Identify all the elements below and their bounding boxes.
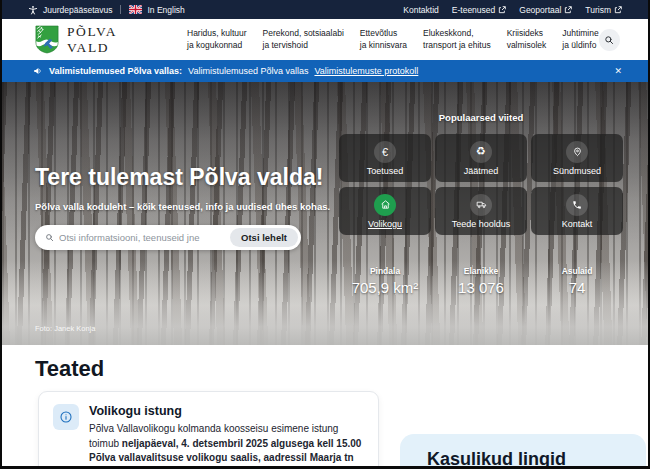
stat-asulaid: Asulaid 74 bbox=[531, 266, 623, 296]
header-search-button[interactable] bbox=[599, 29, 620, 51]
recycle-icon: ♻ bbox=[470, 141, 492, 163]
top-utility-bar: Juurdepääsetavus In English Kontaktid E-… bbox=[2, 0, 648, 19]
nav-item-haridus[interactable]: Haridus, kultuurja kogukonnad bbox=[187, 28, 247, 50]
euro-icon: € bbox=[374, 141, 396, 163]
language-switch[interactable]: In English bbox=[129, 5, 184, 15]
nav-item-perekond[interactable]: Perekond, sotsiaalabija tervishoid bbox=[263, 28, 344, 50]
tile-sundmused[interactable]: Sündmused bbox=[531, 134, 623, 182]
stat-pindala: Pindala 705,9 km² bbox=[339, 266, 431, 296]
language-label: In English bbox=[147, 5, 184, 15]
nav-item-kriisideks[interactable]: Kriisideksvalmisolek bbox=[507, 28, 547, 50]
phone-icon bbox=[566, 194, 588, 216]
notice-card-volikogu-istung[interactable]: Volikogu istung Põlva Vallavolikogu kolm… bbox=[38, 391, 379, 469]
teated-heading: Teated bbox=[35, 356, 104, 382]
accessibility-label: Juurdepääsetavus bbox=[43, 5, 112, 15]
hero-title: Tere tulemast Põlva valda! bbox=[35, 164, 323, 191]
hero-search-bar: Otsi lehelt bbox=[35, 225, 301, 250]
tile-kontakt[interactable]: Kontakt bbox=[531, 187, 623, 235]
tile-jaatmed[interactable]: ♻ Jäätmed bbox=[435, 134, 527, 182]
alert-text: Valimistulemused Põlva vallas bbox=[188, 66, 308, 76]
announcement-bar: Valimistulemused Põlva vallas: Valimistu… bbox=[2, 60, 648, 82]
tile-teede-hooldus[interactable]: Teede hooldus bbox=[435, 187, 527, 235]
search-icon bbox=[45, 233, 54, 242]
hero-search-input[interactable] bbox=[59, 232, 230, 243]
hero-subtitle: Põlva valla koduleht – kõik teenused, in… bbox=[35, 201, 330, 212]
notice-text: Põlva Vallavolikogu kolmanda koosseisu e… bbox=[89, 422, 364, 469]
municipality-stats: Pindala 705,9 km² Elanikke 13 076 Asulai… bbox=[339, 266, 623, 296]
tile-toetused[interactable]: € Toetused bbox=[339, 134, 431, 182]
tile-volikogu[interactable]: Volikogu bbox=[339, 187, 431, 235]
location-pin-icon bbox=[566, 141, 588, 163]
notice-title: Volikogu istung bbox=[89, 404, 364, 418]
accessibility-link[interactable]: Juurdepääsetavus bbox=[28, 5, 112, 15]
accessibility-icon bbox=[28, 5, 38, 15]
hero-search-submit-button[interactable]: Otsi lehelt bbox=[230, 228, 298, 247]
alert-protocol-link[interactable]: Valimistulemuste protokoll bbox=[314, 66, 418, 76]
truck-icon bbox=[470, 194, 492, 216]
popular-links-title: Populaarsed viited bbox=[339, 112, 623, 123]
nav-item-ettevotlus[interactable]: Ettevõtlusja kinnisvara bbox=[360, 28, 407, 50]
info-icon bbox=[53, 404, 79, 430]
uk-flag-icon bbox=[129, 5, 142, 14]
topbar-link-geoportaal[interactable]: Geoportaal bbox=[519, 5, 572, 15]
alert-close-icon[interactable]: ✕ bbox=[614, 66, 622, 76]
search-icon bbox=[604, 35, 614, 45]
home-icon bbox=[374, 194, 396, 216]
hero-section: Tere tulemast Põlva valda! Põlva valla k… bbox=[2, 82, 648, 345]
external-link-icon bbox=[498, 6, 506, 14]
page: Juurdepääsetavus In English Kontaktid E-… bbox=[0, 0, 650, 469]
main-nav: Haridus, kultuurja kogukonnad Perekond, … bbox=[187, 28, 599, 50]
external-link-icon bbox=[614, 6, 622, 14]
photo-credit: Foto: Janek Konja bbox=[35, 324, 95, 333]
external-link-icon bbox=[564, 6, 572, 14]
nav-item-elukeskkond[interactable]: Elukeskkond,transport ja ehitus bbox=[423, 28, 491, 50]
nav-item-juhtimine[interactable]: Juhtimineja üldinfo bbox=[562, 28, 598, 50]
popular-links-grid: € Toetused ♻ Jäätmed Sündmused Volikogu … bbox=[339, 134, 623, 235]
topbar-link-turism[interactable]: Turism bbox=[585, 5, 622, 15]
coat-of-arms-icon bbox=[35, 25, 59, 54]
megaphone-icon bbox=[33, 66, 43, 76]
site-logo[interactable]: PÕLVA VALD bbox=[35, 24, 159, 56]
alert-title: Valimistulemused Põlva vallas: bbox=[49, 66, 182, 76]
topbar-link-kontaktid[interactable]: Kontaktid bbox=[403, 5, 438, 15]
content-section: Teated Volikogu istung Põlva Vallavoliko… bbox=[2, 345, 648, 469]
topbar-divider bbox=[120, 5, 121, 14]
useful-links-heading: Kasulikud lingid bbox=[427, 449, 646, 469]
useful-links-card: Kasulikud lingid bbox=[400, 434, 646, 469]
main-header: PÕLVA VALD Haridus, kultuurja kogukonnad… bbox=[2, 19, 648, 60]
stat-elanikke: Elanikke 13 076 bbox=[435, 266, 527, 296]
topbar-link-eteenused[interactable]: E-teenused bbox=[452, 5, 506, 15]
logo-title: PÕLVA VALD bbox=[67, 24, 159, 56]
